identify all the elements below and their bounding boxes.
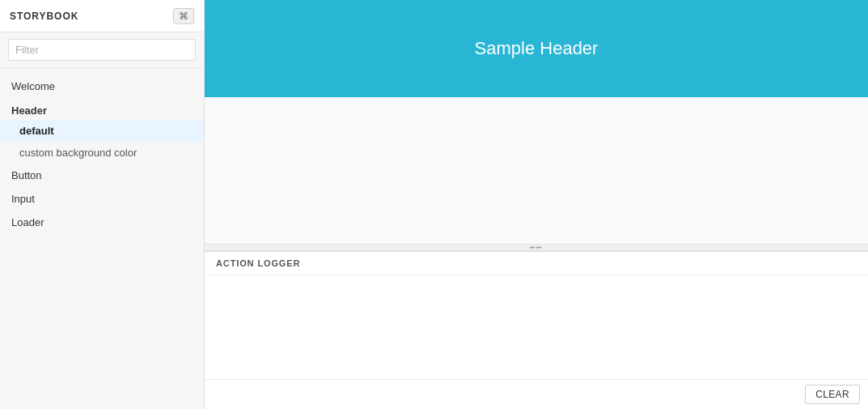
sidebar-item-input[interactable]: Input [0,187,204,211]
resize-handle-icon: ━━ [530,243,543,251]
preview-container: Sample Header [205,0,868,244]
resize-handle[interactable]: ━━ [205,244,868,250]
sidebar-item-button[interactable]: Button [0,164,204,187]
action-logger-panel: ACTION LOGGER CLEAR [205,251,868,409]
sidebar-header: STORYBOOK ⌘ [0,0,204,32]
sidebar-category-header: Header [0,98,204,120]
nav-list: Welcome Header default custom background… [0,68,204,409]
sidebar-item-loader[interactable]: Loader [0,211,204,234]
main-content: Sample Header ━━ ACTION LOGGER CLEAR [205,0,868,409]
preview-area: Sample Header ━━ [205,0,868,251]
sidebar-title: STORYBOOK [10,11,78,22]
action-logger-footer: CLEAR [205,379,868,409]
keyboard-shortcut-badge: ⌘ [173,8,194,24]
clear-button[interactable]: CLEAR [805,385,860,404]
sidebar-item-welcome[interactable]: Welcome [0,75,204,98]
search-input[interactable] [8,39,196,61]
sidebar-item-header-custom-bg[interactable]: custom background color [0,142,204,164]
action-logger-content [205,275,868,379]
filter-input-wrapper [0,32,204,68]
sidebar: STORYBOOK ⌘ Welcome Header default custo… [0,0,205,409]
sample-header: Sample Header [205,0,868,97]
action-logger-title: ACTION LOGGER [205,252,868,275]
sidebar-item-header-default[interactable]: default [0,120,204,142]
